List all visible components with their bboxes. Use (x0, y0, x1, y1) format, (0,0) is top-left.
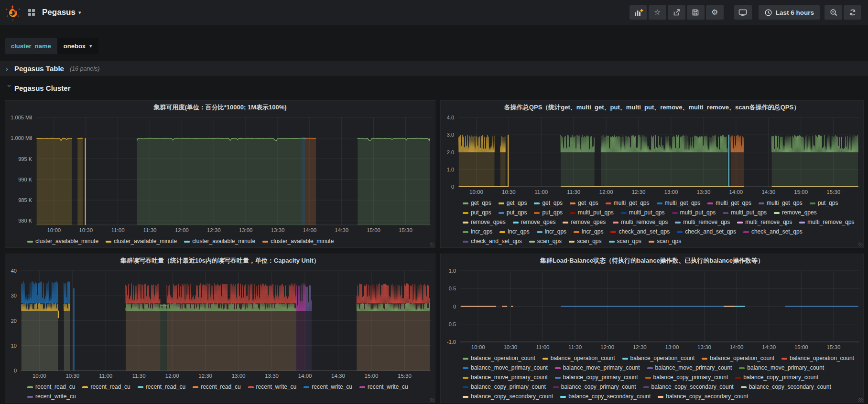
legend-item-get_qps[interactable]: get_qps (534, 199, 563, 208)
cycle-view-button[interactable] (734, 5, 752, 20)
legend-item-balance_operation_count[interactable]: balance_operation_count (542, 354, 615, 363)
row-header-pegasus-table[interactable]: › Pegasus Table (16 panels) (0, 61, 868, 76)
legend-item-recent_write_cu[interactable]: recent_write_cu (248, 383, 297, 392)
legend-item-check_and_set_qps[interactable]: check_and_set_qps (677, 227, 736, 236)
legend-item-multi_remove_qps[interactable]: multi_remove_qps (675, 218, 730, 227)
legend-item-check_and_set_qps[interactable]: check_and_set_qps (463, 237, 522, 246)
legend-item-balance_move_primary_count[interactable]: balance_move_primary_count (647, 363, 732, 372)
legend-item-balance_operation_count[interactable]: balance_operation_count (702, 354, 774, 363)
legend-swatch (463, 212, 468, 214)
legend-item-recent_read_cu[interactable]: recent_read_cu (138, 383, 185, 392)
legend-item-balance_copy_secondary_count[interactable]: balance_copy_secondary_count (560, 392, 651, 401)
panel-title[interactable]: 集群读写吞吐量（统计最近10s内的读写吞吐量，单位：Capacity Unit） (5, 254, 435, 267)
legend-item-get_qps[interactable]: get_qps (570, 199, 598, 208)
legend-item-balance_operation_count[interactable]: balance_operation_count (781, 354, 854, 363)
panel-title[interactable]: 集群Load-Balance状态（待执行的balance操作数、已执行的bala… (441, 254, 863, 267)
legend-item-put_qps[interactable]: put_qps (463, 208, 491, 217)
legend-item-remove_qpes[interactable]: remove_qpes (513, 218, 556, 227)
variable-value-dropdown[interactable]: onebox ▾ (57, 38, 98, 54)
save-button[interactable] (687, 5, 705, 20)
legend-item-balance_move_primary_count[interactable]: balance_move_primary_count (463, 363, 548, 372)
legend-item-recent_read_cu[interactable]: recent_read_cu (82, 383, 130, 392)
legend-item-balance_copy_secondary_count[interactable]: balance_copy_secondary_count (741, 383, 831, 392)
legend-item-balance_move_primary_count[interactable]: balance_move_primary_count (555, 363, 640, 372)
legend-item-balance_copy_primary_count[interactable]: balance_copy_primary_count (735, 373, 818, 382)
legend-item-scan_qps[interactable]: scan_qps (529, 237, 562, 246)
legend-item-put_qps[interactable]: put_qps (810, 199, 838, 208)
legend-item-balance_operation_count[interactable]: balance_operation_count (463, 354, 535, 363)
legend-item-multi_get_qps[interactable]: multi_get_qps (759, 199, 803, 208)
legend-item-multi_put_qps[interactable]: multi_put_qps (570, 208, 614, 217)
chart-canvas[interactable]: 10:0010:3011:0011:3012:0012:3013:0013:30… (441, 114, 863, 196)
legend-item-check_and_set_qps[interactable]: check_and_set_qps (610, 227, 670, 236)
legend-item-incr_qps[interactable]: incr_qps (537, 227, 566, 236)
grafana-logo-icon[interactable] (5, 4, 21, 21)
legend-item-incr_qps[interactable]: incr_qps (463, 227, 492, 236)
legend-item-cluster_available_minute[interactable]: cluster_available_minute (184, 237, 255, 246)
legend-item-cluster_available_minute[interactable]: cluster_available_minute (262, 237, 334, 246)
legend-item-balance_copy_primary_count[interactable]: balance_copy_primary_count (645, 373, 728, 382)
panel-chart[interactable]: 10:0010:3011:0011:3012:0012:3013:0013:30… (441, 267, 863, 353)
legend-item-multi_get_qps[interactable]: multi_get_qps (606, 199, 650, 208)
legend-item-balance_move_primary_count[interactable]: balance_move_primary_count (463, 373, 548, 382)
legend-item-multi_put_qps[interactable]: multi_put_qps (723, 208, 767, 217)
legend-item-remove_qpes[interactable]: remove_qpes (774, 208, 817, 217)
legend-item-incr_qps[interactable]: incr_qps (499, 227, 529, 236)
legend-item-balance_copy_primary_count[interactable]: balance_copy_primary_count (553, 383, 636, 392)
legend-item-recent_read_cu[interactable]: recent_read_cu (193, 383, 240, 392)
legend-swatch (702, 358, 707, 360)
legend-item-multi_remove_qps[interactable]: multi_remove_qps (799, 218, 854, 227)
refresh-button[interactable] (844, 5, 861, 20)
legend-item-put_qps[interactable]: put_qps (534, 208, 563, 217)
legend-item-multi_remove_qps[interactable]: multi_remove_qps (613, 218, 668, 227)
chart-canvas[interactable]: 10:0010:3011:0011:3012:0012:3013:0013:30… (441, 267, 863, 351)
legend-item-recent_write_cu[interactable]: recent_write_cu (359, 383, 408, 392)
legend-item-check_and_set_qps[interactable]: check_and_set_qps (743, 227, 803, 236)
zoom-out-button[interactable] (825, 5, 842, 20)
legend-item-get_qps[interactable]: get_qps (463, 199, 491, 208)
legend-item-incr_qps[interactable]: incr_qps (574, 227, 603, 236)
chart-canvas[interactable]: 10:0010:3011:0011:3012:0012:3013:0013:30… (5, 267, 435, 380)
legend-item-cluster_available_minute[interactable]: cluster_available_minute (27, 237, 98, 246)
time-range-button[interactable]: Last 6 hours (759, 5, 820, 20)
legend-item-remove_qpes[interactable]: remove_qpes (563, 218, 606, 227)
legend-item-balance_copy_secondary_count[interactable]: balance_copy_secondary_count (643, 383, 734, 392)
dashboard-title-dropdown[interactable]: Pegasus ▾ (42, 8, 81, 17)
legend-swatch (27, 396, 33, 398)
legend-item-multi_put_qps[interactable]: multi_put_qps (621, 208, 665, 217)
legend-item-balance_copy_secondary_count[interactable]: balance_copy_secondary_count (463, 392, 553, 401)
panel-chart[interactable]: 10:0010:3011:0011:3012:0012:3013:0013:30… (5, 267, 435, 382)
legend-label: check_and_set_qps (471, 237, 522, 246)
panel-title[interactable]: 各操作总QPS（统计get、multi_get、put、multi_put、re… (441, 101, 863, 114)
legend-item-put_qps[interactable]: put_qps (499, 208, 527, 217)
panel-title[interactable]: 集群可用度(单位：百分比*10000; 1M表示100%) (5, 101, 435, 114)
legend-item-balance_copy_secondary_count[interactable]: balance_copy_secondary_count (658, 392, 748, 401)
share-button[interactable] (668, 5, 685, 20)
legend-item-multi_get_qps[interactable]: multi_get_qps (707, 199, 751, 208)
legend-item-balance_copy_primary_count[interactable]: balance_copy_primary_count (555, 373, 638, 382)
legend-item-recent_write_cu[interactable]: recent_write_cu (27, 392, 76, 401)
legend-item-scan_qps[interactable]: scan_qps (609, 237, 641, 246)
panel-chart[interactable]: 10:0010:3011:0011:3012:0012:3013:0013:30… (5, 114, 435, 236)
star-button[interactable]: ☆ (649, 5, 666, 20)
legend-item-balance_move_primary_count[interactable]: balance_move_primary_count (739, 363, 824, 372)
chart-canvas[interactable]: 10:0010:3011:0011:3012:0012:3013:0013:30… (5, 114, 435, 234)
legend-item-recent_write_cu[interactable]: recent_write_cu (304, 383, 352, 392)
legend-item-balance_operation_count[interactable]: balance_operation_count (622, 354, 695, 363)
legend-item-multi_get_qps[interactable]: multi_get_qps (657, 199, 701, 208)
legend-item-scan_qps[interactable]: scan_qps (569, 237, 601, 246)
legend-item-get_qps[interactable]: get_qps (499, 199, 527, 208)
row-header-pegasus-cluster[interactable]: › Pegasus Cluster (0, 82, 868, 94)
legend-item-multi_remove_qps[interactable]: multi_remove_qps (737, 218, 792, 227)
panel-chart[interactable]: 10:0010:3011:0011:3012:0012:3013:0013:30… (441, 114, 863, 198)
add-panel-button[interactable] (629, 5, 647, 20)
legend-item-multi_put_qps[interactable]: multi_put_qps (672, 208, 716, 217)
legend-item-recent_read_cu[interactable]: recent_read_cu (27, 383, 75, 392)
legend-item-balance_copy_primary_count[interactable]: balance_copy_primary_count (463, 383, 546, 392)
settings-button[interactable]: ⚙ (706, 5, 724, 20)
legend-item-scan_qps[interactable]: scan_qps (649, 237, 681, 246)
svg-text:12:00: 12:00 (175, 227, 189, 233)
legend-item-cluster_available_minute[interactable]: cluster_available_minute (106, 237, 177, 246)
apps-grid-icon[interactable] (27, 8, 36, 17)
legend-item-remove_qpes[interactable]: remove_qpes (463, 218, 506, 227)
